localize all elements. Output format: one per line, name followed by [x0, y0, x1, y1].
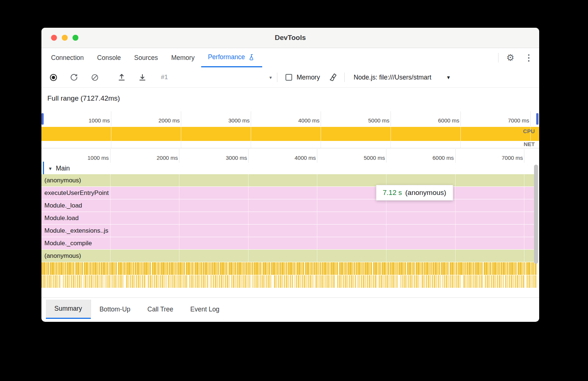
flame-rows: (anonymous) executeUserEntryPoint Module…	[41, 174, 537, 288]
ruler-tick: 4000 ms	[285, 117, 320, 124]
cpu-label: CPU	[523, 128, 535, 134]
main-track-selection-bar	[43, 162, 44, 175]
ruler-tick: 2000 ms	[144, 155, 178, 161]
ruler-tick: 2000 ms	[146, 117, 180, 124]
zoom-window-button[interactable]	[72, 35, 78, 41]
memory-checkbox[interactable]	[285, 74, 292, 81]
tooltip-frame-name: (anonymous)	[405, 189, 446, 197]
memory-checkbox-label[interactable]: Memory	[297, 74, 320, 81]
ruler-tick: 1000 ms	[76, 117, 110, 124]
garbage-collect-brush-icon[interactable]	[328, 72, 338, 82]
devtools-window: DevTools Connection Console Sources Memo…	[41, 28, 539, 322]
flame-frame[interactable]: Module._extensions..js	[41, 225, 537, 237]
chevron-down-icon: ▾	[269, 75, 272, 80]
ruler-tick: 1000 ms	[75, 155, 109, 161]
clear-recordings-icon[interactable]	[89, 72, 100, 82]
minimize-window-button[interactable]	[62, 35, 68, 41]
settings-gear-icon[interactable]: ⚙	[504, 51, 517, 64]
window-title: DevTools	[275, 34, 306, 42]
main-track-header[interactable]: ▼ Main	[48, 163, 70, 174]
frame-tooltip: 7.12 s (anonymous)	[376, 185, 453, 200]
ruler-tick: 6000 ms	[420, 155, 454, 161]
timeline-overview: Full range (7127.42ms) 1000 ms 2000 ms 3…	[41, 88, 539, 149]
devtools-tabbar: Connection Console Sources Memory Perfor…	[41, 48, 539, 67]
tooltip-duration: 7.12 s	[383, 189, 402, 197]
ruler-tick: 5000 ms	[351, 155, 385, 161]
save-profile-icon[interactable]	[137, 72, 148, 82]
flame-frame[interactable]: Module._load	[41, 199, 537, 212]
vertical-scrollbar[interactable]	[534, 164, 538, 296]
ruler-tick: 4000 ms	[282, 155, 316, 161]
window-titlebar: DevTools	[41, 28, 539, 48]
flame-chart: 1000 ms 2000 ms 3000 ms 4000 ms 5000 ms …	[41, 149, 539, 298]
reload-and-record-icon[interactable]	[69, 72, 79, 82]
flame-frame[interactable]: Module._compile	[41, 237, 537, 249]
performance-toolbar: #1 ▾ Memory Node.js: file:///Users/stmar…	[41, 67, 539, 88]
main-track-label: Main	[56, 165, 70, 172]
toolbar-divider	[277, 73, 277, 82]
tab-performance[interactable]: Performance	[201, 48, 262, 67]
record-button[interactable]	[48, 72, 58, 82]
flame-frame[interactable]: (anonymous)	[41, 174, 537, 186]
ruler-tick: 3000 ms	[213, 155, 247, 161]
tab-sources[interactable]: Sources	[128, 48, 165, 67]
flame-micro-frames-row[interactable]	[41, 262, 537, 275]
range-handle-left[interactable]	[41, 113, 44, 125]
flask-icon	[248, 54, 256, 61]
overview-ruler[interactable]: 1000 ms 2000 ms 3000 ms 4000 ms 5000 ms …	[41, 111, 539, 126]
net-overview-strip[interactable]: NET	[41, 141, 539, 148]
toolbar-divider	[344, 73, 345, 82]
ruler-tick: 6000 ms	[425, 117, 459, 124]
triangle-down-icon: ▼	[446, 75, 451, 80]
range-handle-right[interactable]	[536, 113, 538, 125]
ruler-tick: 7000 ms	[489, 155, 523, 161]
ruler-tick: 3000 ms	[216, 117, 250, 124]
net-label: NET	[524, 141, 535, 147]
session-value: #1	[161, 74, 168, 81]
full-range-label: Full range (7127.42ms)	[47, 94, 120, 102]
detail-tabbar: Summary Bottom-Up Call Tree Event Log	[41, 300, 539, 319]
tab-console[interactable]: Console	[91, 48, 128, 67]
flame-frame[interactable]: executeUserEntryPoint	[41, 187, 537, 199]
flame-frame[interactable]: (anonymous)	[41, 250, 537, 262]
tabbar-divider	[498, 53, 499, 63]
collapse-triangle-icon[interactable]: ▼	[48, 166, 53, 171]
tab-memory[interactable]: Memory	[165, 48, 201, 67]
flame-frame[interactable]: Module.load	[41, 212, 537, 224]
traffic-lights	[51, 28, 78, 48]
tab-bottom-up[interactable]: Bottom-Up	[91, 300, 139, 319]
ruler-tick: 5000 ms	[355, 117, 389, 124]
flame-micro-frames-row[interactable]	[41, 275, 537, 288]
recording-session-select[interactable]: #1 ▾	[161, 74, 272, 81]
tab-call-tree[interactable]: Call Tree	[139, 300, 182, 319]
more-options-icon[interactable]: ⋮	[522, 51, 535, 64]
ruler-tick: 7000 ms	[495, 117, 529, 124]
target-value: Node.js: file:///Users/stmart	[354, 74, 431, 81]
cpu-overview-strip[interactable]: CPU	[41, 127, 539, 141]
load-profile-icon[interactable]	[116, 72, 127, 82]
close-window-button[interactable]	[51, 35, 57, 41]
tab-connection[interactable]: Connection	[44, 48, 91, 67]
target-select[interactable]: Node.js: file:///Users/stmart ▼	[354, 74, 451, 81]
scrollbar-thumb[interactable]	[534, 165, 538, 264]
flame-ruler[interactable]: 1000 ms 2000 ms 3000 ms 4000 ms 5000 ms …	[41, 149, 539, 163]
tab-summary[interactable]: Summary	[46, 300, 91, 319]
tab-event-log[interactable]: Event Log	[182, 300, 228, 319]
